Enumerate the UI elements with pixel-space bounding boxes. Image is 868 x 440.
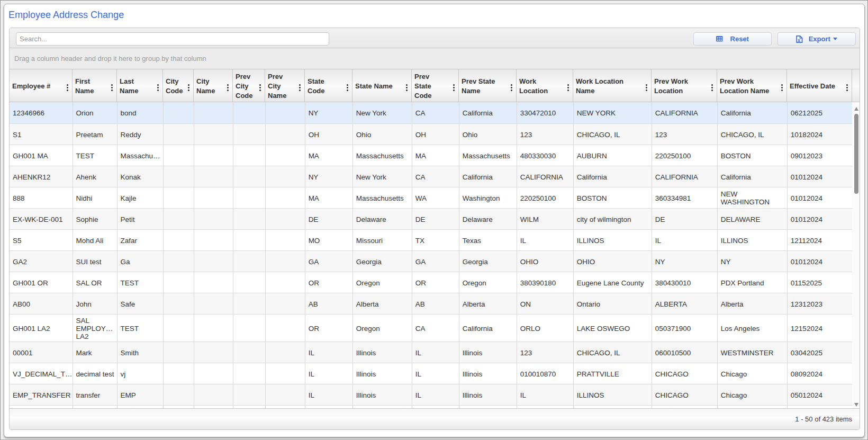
svg-text:x: x <box>798 37 800 42</box>
